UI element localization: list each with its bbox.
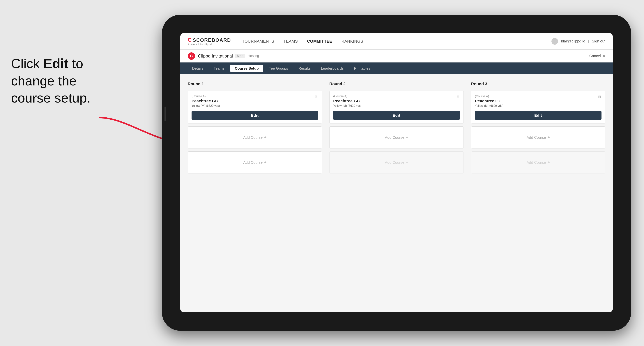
main-content: Round 1 ⊟ (Course A) Peachtree GC Yellow…	[180, 74, 613, 312]
add-course-text-5: Add Course +	[526, 135, 550, 140]
round-2-edit-button[interactable]: Edit	[333, 111, 460, 120]
tab-nav: Details Teams Course Setup Tee Groups Re…	[180, 62, 613, 74]
logo-c-icon: C	[188, 37, 192, 43]
tab-details[interactable]: Details	[188, 65, 208, 72]
round-3-edit-button[interactable]: Edit	[475, 111, 602, 120]
round-2-course-name: Peachtree GC	[333, 99, 460, 103]
round-3-column: Round 3 ⊟ (Course A) Peachtree GC Yellow…	[471, 82, 605, 173]
round-2-add-course-1[interactable]: Add Course +	[329, 126, 464, 149]
round-3-add-course-1[interactable]: Add Course +	[471, 126, 605, 149]
plus-icon-4: +	[406, 160, 408, 165]
round-3-delete-icon[interactable]: ⊟	[597, 94, 602, 99]
separator: |	[588, 40, 589, 43]
plus-icon-3: +	[406, 135, 408, 140]
instruction-text: Click Edit to change the course setup.	[11, 55, 90, 107]
tournament-gender: Men	[235, 54, 245, 58]
tab-teams[interactable]: Teams	[209, 65, 229, 72]
hosting-label: Hosting	[248, 54, 259, 58]
round-2-title: Round 2	[329, 82, 464, 86]
cancel-button[interactable]: Cancel ✕	[589, 54, 605, 58]
round-1-course-label: (Course A)	[192, 95, 318, 98]
round-3-course-details: Yellow (M) (6629 yds)	[475, 104, 602, 108]
tab-leaderboards[interactable]: Leaderboards	[316, 65, 348, 72]
round-1-add-course-1[interactable]: Add Course +	[188, 126, 322, 149]
plus-icon: +	[264, 135, 266, 140]
nav-rankings[interactable]: RANKINGS	[341, 39, 363, 44]
logo-area: CSCOREBOARD Powered by clippd	[188, 37, 231, 46]
nav-links: TOURNAMENTS TEAMS COMMITTEE RANKINGS	[242, 39, 552, 44]
round-1-course-card: ⊟ (Course A) Peachtree GC Yellow (M) (66…	[188, 91, 322, 124]
rounds-grid: Round 1 ⊟ (Course A) Peachtree GC Yellow…	[188, 82, 605, 173]
round-2-column: Round 2 ⊟ (Course A) Peachtree GC Yellow…	[329, 82, 464, 173]
round-1-add-course-2[interactable]: Add Course +	[188, 152, 322, 173]
round-3-course-label: (Course A)	[475, 95, 602, 98]
tablet-screen: CSCOREBOARD Powered by clippd TOURNAMENT…	[180, 33, 613, 312]
tab-tee-groups[interactable]: Tee Groups	[264, 65, 292, 72]
tournament-name: Clippd Invitational	[198, 53, 233, 59]
tournament-logo: C	[188, 52, 195, 60]
round-2-course-card: ⊟ (Course A) Peachtree GC Yellow (M) (66…	[329, 91, 464, 124]
nav-teams[interactable]: TEAMS	[283, 39, 298, 44]
logo-sub: Powered by clippd	[188, 43, 231, 46]
side-button	[164, 107, 166, 121]
logo-text: CSCOREBOARD	[188, 37, 231, 43]
nav-tournaments[interactable]: TOURNAMENTS	[242, 39, 274, 44]
add-course-text: Add Course +	[243, 135, 266, 140]
round-3-title: Round 3	[471, 82, 605, 86]
round-1-column: Round 1 ⊟ (Course A) Peachtree GC Yellow…	[188, 82, 322, 173]
round-1-course-details: Yellow (M) (6629 yds)	[192, 104, 318, 108]
close-icon: ✕	[602, 54, 605, 58]
add-course-text-2: Add Course +	[243, 160, 266, 165]
round-1-edit-button[interactable]: Edit	[192, 111, 318, 120]
round-3-add-course-2: Add Course +	[471, 152, 605, 173]
tournament-bar: C Clippd Invitational Men Hosting Cancel…	[180, 50, 613, 62]
round-2-add-course-2: Add Course +	[329, 152, 464, 173]
tab-printables[interactable]: Printables	[350, 65, 375, 72]
round-2-course-details: Yellow (M) (6629 yds)	[333, 104, 460, 108]
plus-icon-5: +	[548, 135, 550, 140]
nav-committee[interactable]: COMMITTEE	[307, 39, 332, 44]
round-1-course-name: Peachtree GC	[192, 99, 318, 103]
round-2-course-label: (Course A)	[333, 95, 460, 98]
round-2-delete-icon[interactable]: ⊟	[455, 94, 460, 99]
add-course-text-3: Add Course +	[385, 135, 408, 140]
plus-icon-6: +	[548, 160, 550, 165]
tab-results[interactable]: Results	[294, 65, 315, 72]
avatar	[552, 38, 558, 45]
round-3-course-card: ⊟ (Course A) Peachtree GC Yellow (M) (66…	[471, 91, 605, 124]
top-nav: CSCOREBOARD Powered by clippd TOURNAMENT…	[180, 33, 613, 50]
plus-icon-2: +	[264, 160, 266, 165]
add-course-text-6: Add Course +	[526, 160, 550, 165]
user-email: blair@clippd.io	[561, 39, 585, 43]
tab-course-setup[interactable]: Course Setup	[230, 65, 263, 72]
round-1-title: Round 1	[188, 82, 322, 86]
sign-out-link[interactable]: Sign out	[592, 39, 605, 43]
tablet-frame: CSCOREBOARD Powered by clippd TOURNAMENT…	[162, 15, 631, 331]
round-3-course-name: Peachtree GC	[475, 99, 602, 103]
add-course-text-4: Add Course +	[385, 160, 408, 165]
user-area: blair@clippd.io | Sign out	[552, 38, 605, 45]
round-1-delete-icon[interactable]: ⊟	[313, 94, 319, 99]
